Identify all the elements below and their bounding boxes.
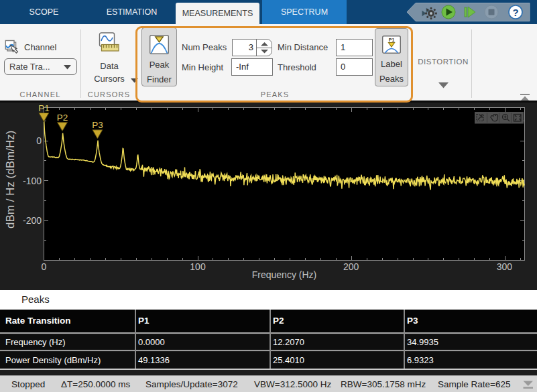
svg-text:P2: P2 xyxy=(57,113,68,123)
svg-text:?: ? xyxy=(512,7,518,18)
svg-text:P3: P3 xyxy=(92,120,103,130)
svg-text:P1: P1 xyxy=(38,103,50,113)
